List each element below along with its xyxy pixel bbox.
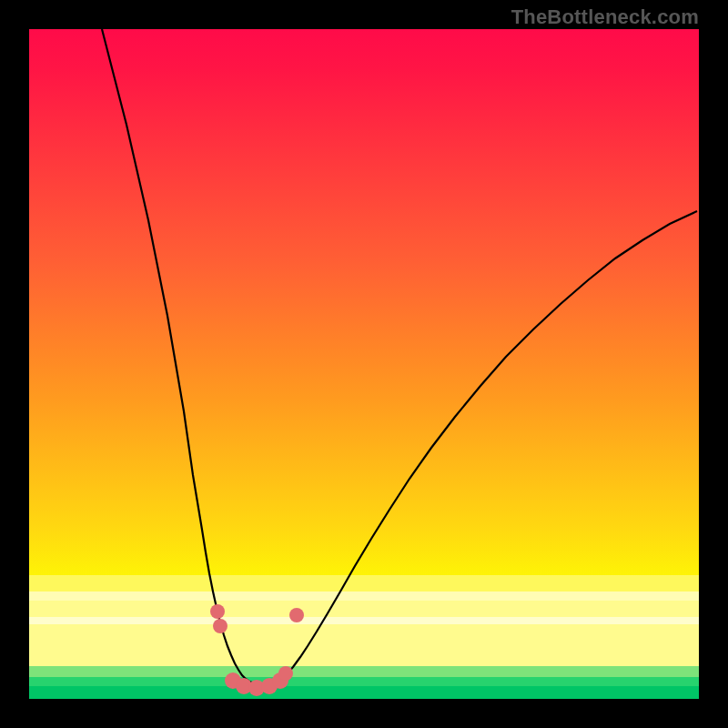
data-dot: [278, 666, 293, 681]
data-dot: [210, 604, 225, 619]
outer-frame: TheBottleneck.com: [0, 0, 728, 728]
bottleneck-curve: [29, 29, 699, 699]
watermark-text: TheBottleneck.com: [511, 5, 699, 29]
data-dot: [213, 619, 228, 633]
data-dot: [289, 608, 304, 622]
plot-area: [29, 29, 699, 699]
